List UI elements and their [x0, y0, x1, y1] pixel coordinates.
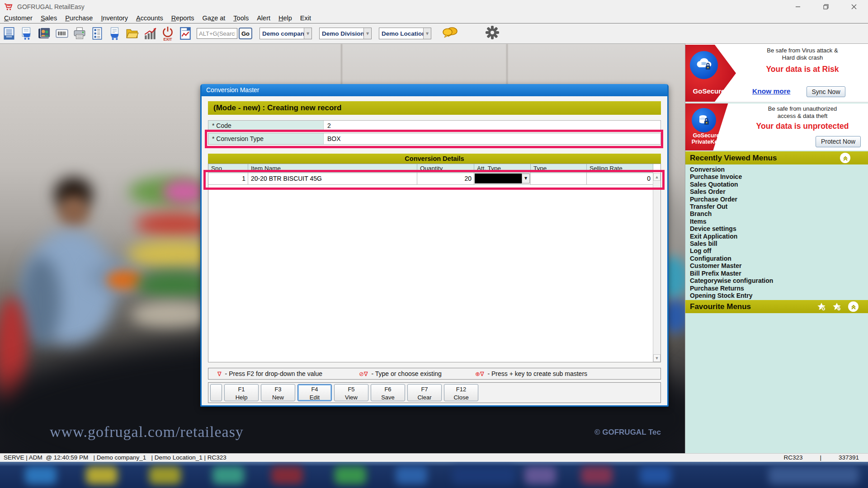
division-dropdown[interactable]: Demo Division▼ — [319, 28, 372, 39]
chart-icon[interactable] — [141, 24, 159, 42]
menu-item-reports[interactable]: Reports — [167, 13, 198, 23]
row-cell-att-type[interactable]: ▼ — [474, 173, 531, 185]
recent-menu-customer-master[interactable]: Customer Master — [690, 262, 868, 269]
search-input[interactable] — [197, 28, 237, 39]
taskbar-app-icon[interactable] — [581, 466, 613, 484]
clear-button[interactable]: F7Clear — [407, 384, 442, 401]
menu-item-exit[interactable]: Exit — [296, 13, 315, 23]
menu-item-accounts[interactable]: Accounts — [132, 13, 167, 23]
scroll-down-icon[interactable]: ▼ — [653, 354, 660, 362]
settings-gear-icon[interactable] — [485, 25, 500, 42]
recent-menu-branch[interactable]: Branch — [690, 210, 868, 217]
customers-icon[interactable] — [35, 24, 53, 42]
printer-icon[interactable] — [71, 24, 88, 42]
recent-menu-bill-prefix-master[interactable]: Bill Prefix Master — [690, 270, 868, 277]
row-cell-selling-rate[interactable]: 0 — [587, 173, 653, 185]
collapse-chevron-icon[interactable] — [848, 301, 859, 312]
recent-menu-conversion[interactable]: Conversion — [690, 166, 868, 173]
recently-viewed-header: Recently Viewed Menus — [685, 151, 868, 164]
taskbar-app-icon[interactable] — [769, 466, 859, 484]
code-input[interactable]: 2 — [324, 121, 660, 131]
restore-button[interactable] — [812, 0, 840, 13]
grid-scrollbar[interactable]: ▲ ▼ — [653, 173, 660, 362]
recent-menu-opening-stock-entry[interactable]: Opening Stock Entry — [690, 292, 868, 299]
recent-menu-sales-quotation[interactable]: Sales Quotation — [690, 181, 868, 188]
taskbar-app-icon[interactable] — [396, 466, 427, 484]
go-button[interactable]: Go — [239, 28, 252, 39]
recent-menu-device-settings[interactable]: Device settings — [690, 225, 868, 232]
sales-cart-icon[interactable] — [18, 24, 35, 42]
report-icon[interactable] — [176, 24, 194, 42]
menu-item-inventory[interactable]: Inventory — [97, 13, 132, 23]
invoice-icon[interactable] — [0, 24, 18, 42]
view-button[interactable]: F5View — [334, 384, 368, 401]
privatekey-line1: Be safe from unauthorized — [739, 105, 866, 112]
sync-now-button[interactable]: Sync Now — [807, 86, 845, 97]
row-cell-type[interactable] — [531, 173, 587, 185]
taskbar-app-icon[interactable] — [640, 466, 671, 484]
help-button[interactable]: F1Help — [224, 384, 259, 401]
exit-icon[interactable]: EXIT — [159, 24, 176, 42]
row-cell-sno[interactable]: 1 — [208, 173, 248, 185]
chevron-down-icon[interactable]: ▼ — [423, 28, 431, 39]
taskbar-app-icon[interactable] — [86, 466, 118, 484]
conversion-type-input[interactable]: BOX — [324, 133, 660, 144]
edit-button[interactable]: F4Edit — [297, 384, 332, 401]
save-button[interactable]: F6Save — [371, 384, 405, 401]
menu-item-tools[interactable]: Tools — [229, 13, 253, 23]
taskbar-app-icon[interactable] — [524, 466, 556, 484]
chevron-down-icon[interactable]: ▼ — [363, 28, 371, 39]
table-row[interactable]: 120-20 BTR BISCUIT 45G20▼0 — [208, 173, 653, 185]
menu-item-gaze-at[interactable]: Gaze at — [198, 13, 230, 23]
add-favourite-star-icon[interactable] — [816, 301, 827, 312]
menu-item-alert[interactable]: Alert — [253, 13, 274, 23]
recent-menu-sales-order[interactable]: Sales Order — [690, 188, 868, 195]
taskbar-app-icon[interactable] — [271, 466, 303, 484]
recent-menu-exit-application[interactable]: Exit Application — [690, 233, 868, 240]
scroll-up-icon[interactable]: ▲ — [653, 173, 660, 181]
collapse-chevron-icon[interactable] — [840, 153, 850, 163]
chat-bubbles-icon[interactable] — [441, 26, 458, 41]
row-cell-quantity[interactable]: 20 — [417, 173, 474, 185]
menu-item-customer[interactable]: Customer — [0, 13, 37, 23]
remove-favourite-star-icon[interactable] — [831, 301, 842, 312]
purchase-cart-icon[interactable] — [106, 24, 123, 42]
folder-icon[interactable] — [123, 24, 141, 42]
taskbar-app-icon[interactable] — [335, 466, 366, 484]
company-dropdown[interactable]: Demo company_▼ — [259, 28, 312, 39]
chevron-down-icon[interactable]: ▼ — [304, 28, 311, 39]
recent-menu-categorywise-configuration[interactable]: Categorywise configuration — [690, 277, 868, 284]
recent-menu-purchase-returns[interactable]: Purchase Returns — [690, 285, 868, 292]
recent-menu-items[interactable]: Items — [690, 218, 868, 225]
recent-menu-configuration[interactable]: Configuration — [690, 255, 868, 262]
gosecure-logo-text: GoSecure — [685, 87, 732, 95]
recent-menu-purchase-invoice[interactable]: Purchase Invoice — [690, 173, 868, 180]
menu-item-help[interactable]: Help — [274, 13, 296, 23]
close-button[interactable]: F12Close — [444, 384, 478, 401]
close-button[interactable] — [840, 0, 868, 13]
dialog-titlebar[interactable]: Conversion Master — [202, 84, 667, 96]
att-type-selected-value[interactable] — [475, 174, 522, 183]
conversion-details-grid: SnoItem NameQuantityAtt. TypeTypeSelling… — [208, 164, 661, 362]
menu-item-sales[interactable]: Sales — [37, 13, 61, 23]
taskbar-app-icon[interactable] — [149, 466, 181, 484]
know-more-link[interactable]: Know more — [752, 87, 790, 95]
blank-button[interactable] — [210, 384, 222, 401]
minimize-button[interactable] — [784, 0, 812, 13]
taskbar-app-icon[interactable] — [25, 466, 57, 484]
row-cell-item-name[interactable]: 20-20 BTR BISCUIT 45G — [248, 173, 417, 185]
status-separator: | — [820, 454, 821, 462]
items-icon[interactable] — [88, 24, 106, 42]
barcode-icon[interactable] — [53, 24, 71, 42]
taskbar-app-icon[interactable] — [212, 466, 244, 484]
recent-menu-sales-bill[interactable]: Sales bill — [690, 240, 868, 247]
recent-menu-log-off[interactable]: Log off — [690, 247, 868, 254]
recent-menu-purchase-order[interactable]: Purchase Order — [690, 196, 868, 203]
new-button[interactable]: F3New — [261, 384, 295, 401]
menu-item-purchase[interactable]: Purchase — [61, 13, 97, 23]
location-dropdown[interactable]: Demo Location▼ — [379, 28, 431, 39]
recent-menu-transfer-out[interactable]: Transfer Out — [690, 203, 868, 210]
taskbar-app-icon[interactable] — [452, 466, 515, 484]
protect-now-button[interactable]: Protect Now — [816, 136, 861, 147]
att-type-dropdown-icon[interactable]: ▼ — [522, 174, 530, 183]
